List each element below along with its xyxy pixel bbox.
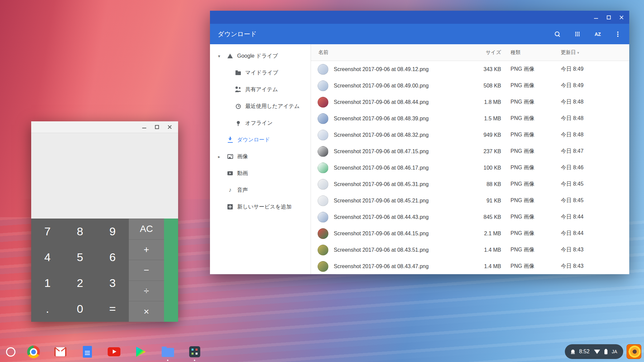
files-sidebar: ▾ Google ドライブ マイドライブ 共有アイテム bbox=[210, 44, 311, 274]
sidebar-item-label: ダウンロード bbox=[237, 136, 270, 143]
sidebar-item-icon-wrap bbox=[226, 203, 234, 210]
calculator-operator-key[interactable]: AC bbox=[129, 219, 164, 239]
sidebar-item[interactable]: オフライン bbox=[210, 115, 311, 131]
sidebar-item[interactable]: マイドライブ bbox=[210, 64, 311, 81]
calculator-titlebar[interactable] bbox=[31, 121, 178, 133]
file-type: PNG 画像 bbox=[511, 181, 561, 188]
file-date: 今日 8:48 bbox=[561, 115, 623, 122]
file-row[interactable]: Screenshot 2017-09-06 at 08.44.43.png 84… bbox=[311, 209, 629, 225]
file-row[interactable]: Screenshot 2017-09-06 at 08.44.15.png 2.… bbox=[311, 225, 629, 242]
sidebar-item[interactable]: ▸ 画像 bbox=[210, 148, 311, 165]
maximize-icon[interactable] bbox=[606, 15, 611, 20]
file-rows: Screenshot 2017-09-06 at 08.49.12.png 34… bbox=[311, 61, 629, 274]
sidebar-item[interactable]: 共有アイテム bbox=[210, 81, 311, 98]
file-type: PNG 画像 bbox=[511, 230, 561, 237]
calculator-key[interactable]: 4 bbox=[31, 244, 64, 270]
column-header-type[interactable]: 種類 bbox=[511, 49, 561, 56]
file-size: 91 KB bbox=[470, 198, 511, 204]
calculator-operator-key[interactable]: ÷ bbox=[129, 281, 164, 301]
sidebar-item[interactable]: ▾ Google ドライブ bbox=[210, 48, 311, 64]
calculator-key[interactable]: 2 bbox=[64, 270, 96, 296]
running-indicator bbox=[194, 360, 195, 361]
sidebar-item[interactable]: 音声 bbox=[210, 182, 311, 198]
sidebar-item[interactable]: 最近使用したアイテム bbox=[210, 98, 311, 115]
close-icon[interactable] bbox=[167, 125, 172, 129]
battery-icon bbox=[604, 350, 607, 354]
file-name: Screenshot 2017-09-06 at 08.46.17.png bbox=[329, 165, 470, 171]
file-name: Screenshot 2017-09-06 at 08.44.15.png bbox=[329, 231, 470, 237]
clock: 8:52 bbox=[579, 349, 590, 355]
file-size: 88 KB bbox=[470, 181, 511, 187]
user-avatar[interactable] bbox=[627, 344, 641, 359]
file-row[interactable]: Screenshot 2017-09-06 at 08.43.47.png 1.… bbox=[311, 258, 629, 274]
file-row[interactable]: Screenshot 2017-09-06 at 08.46.17.png 10… bbox=[311, 160, 629, 176]
close-icon[interactable] bbox=[619, 15, 624, 20]
file-size: 845 KB bbox=[470, 214, 511, 220]
shelf-app[interactable] bbox=[107, 343, 121, 361]
file-name: Screenshot 2017-09-06 at 08.43.51.png bbox=[329, 247, 470, 253]
column-header-date[interactable]: 更新日▾ bbox=[561, 49, 623, 56]
calculator-key[interactable]: = bbox=[96, 296, 129, 322]
file-row[interactable]: Screenshot 2017-09-06 at 08.48.44.png 1.… bbox=[311, 94, 629, 110]
ime-indicator: JA bbox=[612, 349, 617, 354]
add-icon bbox=[227, 204, 233, 209]
expand-chevron-icon[interactable]: ▾ bbox=[218, 54, 226, 59]
files-titlebar[interactable] bbox=[210, 11, 629, 24]
calculator-operator-key[interactable]: + bbox=[129, 239, 164, 260]
calculator-key[interactable]: . bbox=[31, 296, 64, 322]
file-date: 今日 8:49 bbox=[561, 66, 623, 73]
minimize-icon[interactable] bbox=[142, 125, 147, 129]
sidebar-item[interactable]: ダウンロード bbox=[210, 131, 311, 148]
grid-view-button[interactable] bbox=[570, 27, 585, 42]
shelf-app[interactable] bbox=[187, 343, 202, 361]
calculator-key[interactable]: 7 bbox=[31, 219, 64, 244]
shelf-app[interactable] bbox=[133, 343, 148, 361]
calculator-operator-key[interactable]: × bbox=[129, 301, 164, 322]
calculator-operator-key[interactable]: − bbox=[129, 260, 164, 281]
file-name: Screenshot 2017-09-06 at 08.48.44.png bbox=[329, 99, 470, 105]
sort-arrow-icon: ▾ bbox=[577, 51, 579, 55]
search-icon bbox=[555, 32, 560, 37]
calculator-extra-panel bbox=[164, 219, 178, 322]
file-row[interactable]: Screenshot 2017-09-06 at 08.45.21.png 91… bbox=[311, 192, 629, 209]
sidebar-item-label: 動画 bbox=[237, 170, 248, 177]
calculator-key[interactable]: 6 bbox=[96, 244, 129, 270]
calculator-key[interactable]: 9 bbox=[96, 219, 129, 244]
sort-button[interactable]: AZ bbox=[590, 27, 605, 42]
file-name: Screenshot 2017-09-06 at 08.45.31.png bbox=[329, 181, 470, 187]
calculator-key[interactable]: 5 bbox=[64, 244, 96, 270]
column-header-size[interactable]: サイズ bbox=[470, 49, 511, 56]
file-thumbnail bbox=[318, 80, 328, 91]
file-type: PNG 画像 bbox=[511, 263, 561, 270]
docs-app-icon bbox=[83, 346, 92, 358]
file-row[interactable]: Screenshot 2017-09-06 at 08.48.32.png 94… bbox=[311, 127, 629, 143]
calculator-key[interactable]: 0 bbox=[64, 296, 96, 322]
shelf-app[interactable] bbox=[160, 343, 175, 361]
file-row[interactable]: Screenshot 2017-09-06 at 08.49.00.png 50… bbox=[311, 77, 629, 94]
minimize-icon[interactable] bbox=[594, 15, 598, 20]
calculator-key[interactable]: 1 bbox=[31, 270, 64, 296]
file-row[interactable]: Screenshot 2017-09-06 at 08.43.51.png 1.… bbox=[311, 242, 629, 258]
shelf-app[interactable] bbox=[80, 343, 95, 361]
calculator-key[interactable]: 3 bbox=[96, 270, 129, 296]
more-menu-button[interactable] bbox=[610, 27, 625, 42]
calculator-key[interactable]: 8 bbox=[64, 219, 96, 244]
shelf-app[interactable] bbox=[53, 343, 68, 361]
file-row[interactable]: Screenshot 2017-09-06 at 08.47.15.png 23… bbox=[311, 143, 629, 160]
file-row[interactable]: Screenshot 2017-09-06 at 08.45.31.png 88… bbox=[311, 176, 629, 192]
wifi-icon bbox=[594, 350, 600, 354]
launcher-button[interactable] bbox=[4, 345, 17, 359]
search-button[interactable] bbox=[550, 27, 565, 42]
expand-chevron-icon[interactable]: ▸ bbox=[218, 154, 226, 159]
files-header: ダウンロード AZ bbox=[210, 24, 629, 44]
sidebar-item[interactable]: 新しいサービスを追加 bbox=[210, 198, 311, 215]
maximize-icon[interactable] bbox=[155, 125, 159, 129]
people-icon bbox=[235, 88, 241, 92]
status-tray[interactable]: 8:52 JA bbox=[565, 344, 623, 359]
sidebar-item[interactable]: 動画 bbox=[210, 165, 311, 182]
shelf-app[interactable] bbox=[26, 343, 41, 361]
file-thumbnail bbox=[318, 64, 328, 75]
column-header-name[interactable]: 名前 bbox=[318, 49, 470, 56]
file-row[interactable]: Screenshot 2017-09-06 at 08.48.39.png 1.… bbox=[311, 110, 629, 127]
file-row[interactable]: Screenshot 2017-09-06 at 08.49.12.png 34… bbox=[311, 61, 629, 77]
